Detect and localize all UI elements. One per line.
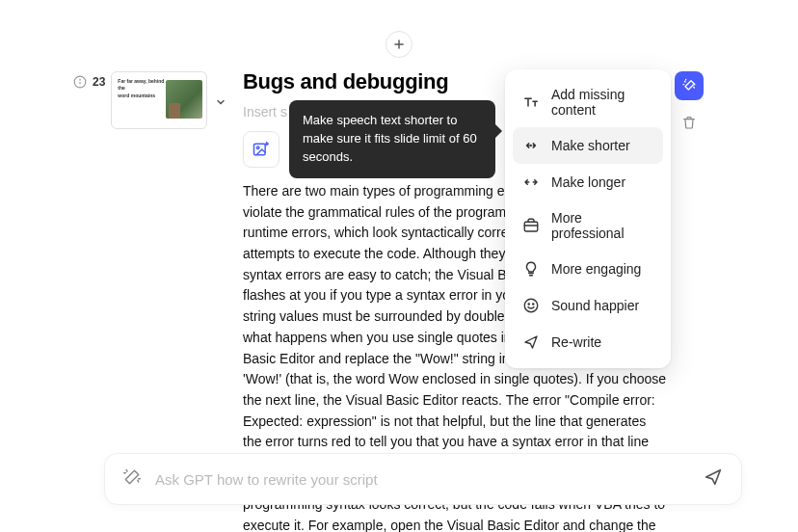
menu-item-add-missing-content[interactable]: Add missing content (513, 77, 663, 127)
menu-item-rewrite[interactable]: Re-write (513, 324, 663, 360)
chevron-down-icon[interactable] (215, 71, 226, 112)
right-actions (675, 71, 704, 137)
add-slide-button[interactable] (386, 31, 412, 58)
slide-number: 23 (93, 71, 105, 89)
send-button[interactable] (703, 466, 724, 492)
send-icon (522, 333, 540, 351)
svg-point-4 (80, 79, 81, 80)
menu-item-more-professional[interactable]: More professional (513, 200, 663, 251)
wand-icon (122, 467, 142, 491)
prompt-input[interactable] (155, 471, 689, 488)
slide-sidebar: 23 Far far away, behind the word mountai… (73, 71, 226, 129)
menu-item-label: Make longer (551, 174, 625, 190)
generate-image-button[interactable] (243, 131, 279, 168)
info-icon (73, 71, 87, 93)
thumb-title-line2: word mountains (118, 93, 166, 99)
delete-button[interactable] (675, 108, 704, 137)
svg-point-6 (256, 146, 259, 149)
svg-point-10 (524, 299, 538, 312)
svg-point-11 (528, 304, 529, 305)
menu-item-label: Add missing content (551, 87, 653, 118)
magic-button[interactable] (675, 71, 704, 100)
arrows-in-icon (522, 137, 540, 154)
arrows-out-icon (522, 173, 540, 191)
svg-point-12 (533, 304, 534, 305)
briefcase-icon (522, 217, 540, 234)
thumbnail-image (166, 80, 202, 119)
thumb-title-line1: Far far away, behind the (118, 78, 164, 91)
tooltip-text: Make speech text shorter to make sure it… (303, 113, 477, 164)
menu-item-more-engaging[interactable]: More engaging (513, 251, 663, 287)
menu-item-make-longer[interactable]: Make longer (513, 164, 663, 200)
svg-rect-8 (524, 222, 538, 231)
smile-icon (522, 297, 540, 314)
svg-point-7 (530, 145, 531, 146)
menu-item-label: Make shorter (551, 138, 630, 153)
text-size-icon (522, 93, 540, 111)
prompt-bar (104, 453, 742, 505)
lightbulb-icon (522, 260, 540, 278)
slide-thumbnail[interactable]: Far far away, behind the word mountains (111, 71, 207, 129)
menu-item-label: Re-write (551, 334, 601, 350)
svg-rect-5 (254, 144, 266, 155)
tooltip: Make speech text shorter to make sure it… (289, 100, 495, 178)
menu-item-label: More engaging (551, 261, 641, 277)
context-menu: Add missing content Make shorter Make lo… (505, 69, 671, 368)
menu-item-make-shorter[interactable]: Make shorter (513, 127, 663, 164)
menu-item-label: Sound happier (551, 298, 639, 313)
menu-item-sound-happier[interactable]: Sound happier (513, 287, 663, 324)
menu-item-label: More professional (551, 210, 653, 241)
